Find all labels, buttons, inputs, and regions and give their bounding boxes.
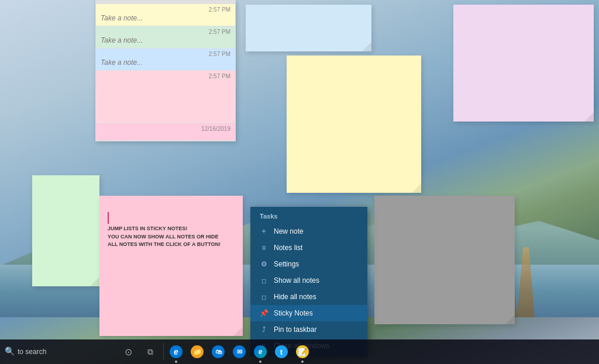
menu-item-label: Show all notes bbox=[274, 276, 319, 285]
note-timestamp: 2:57 PM bbox=[101, 51, 230, 57]
pin-icon: ⤴ bbox=[260, 325, 268, 334]
menu-item-label: Hide all notes bbox=[274, 293, 316, 301]
taskbar-twitter[interactable]: t bbox=[271, 339, 292, 364]
active-indicator bbox=[259, 360, 261, 363]
list-item[interactable]: 2:57 PM bbox=[96, 71, 235, 123]
twitter-icon: t bbox=[275, 345, 288, 358]
sticky-note-gray[interactable] bbox=[374, 196, 515, 324]
hide-icon: ◻ bbox=[260, 294, 268, 300]
ie-icon: e bbox=[170, 345, 183, 358]
menu-item-new-note[interactable]: + New note bbox=[250, 223, 367, 240]
note-preview: Take a note... bbox=[101, 14, 230, 22]
search-text: to search bbox=[18, 348, 46, 356]
note-fold bbox=[505, 315, 515, 324]
note-preview: Take a note... bbox=[101, 58, 230, 67]
note-timestamp: 2:57 PM bbox=[101, 29, 230, 35]
sticky-note-lightblue[interactable] bbox=[246, 5, 371, 51]
notes-list-panel: 2:57 PM Take a note... 2:57 PM Take a no… bbox=[95, 0, 236, 141]
search-icon: 🔍 bbox=[5, 346, 15, 357]
menu-item-hide-all[interactable]: ◻ Hide all notes bbox=[250, 289, 367, 305]
note-fold bbox=[412, 183, 421, 193]
taskbar-mail[interactable]: ✉ bbox=[229, 339, 250, 364]
desktop: 2:57 PM Take a note... 2:57 PM Take a no… bbox=[0, 0, 599, 364]
cortana-button[interactable]: ⊙ bbox=[117, 339, 139, 364]
list-item[interactable]: 2:57 PM Take a note... bbox=[96, 26, 235, 48]
note-preview: Take a note... bbox=[101, 36, 230, 44]
menu-item-sticky-notes[interactable]: 📌 Sticky Notes bbox=[250, 305, 367, 321]
task-view-button[interactable]: ⧉ bbox=[139, 339, 161, 364]
menu-item-settings[interactable]: ⚙ Settings bbox=[250, 256, 367, 272]
sticky-note-lavender[interactable] bbox=[453, 5, 594, 122]
taskbar-file-explorer[interactable]: 📁 bbox=[187, 339, 208, 364]
note-fold bbox=[362, 42, 371, 51]
note-fold bbox=[584, 112, 594, 122]
mail-icon: ✉ bbox=[233, 345, 246, 358]
taskbar-sticky-notes[interactable]: 📝 bbox=[292, 339, 313, 364]
plus-icon: + bbox=[260, 227, 268, 235]
sticky-note-pink[interactable]: JUMP LISTS IN STICKY NOTES! YOU CAN NOW … bbox=[99, 196, 243, 336]
list-item[interactable]: 12/16/2019 bbox=[96, 123, 235, 141]
text-cursor bbox=[108, 212, 109, 224]
sticky-notes-icon: 📌 bbox=[260, 309, 268, 317]
taskbar-store[interactable]: 🛍 bbox=[208, 339, 229, 364]
note-timestamp: 2:57 PM bbox=[101, 73, 230, 79]
context-menu: Tasks + New note ≡ Notes list ⚙ Settings… bbox=[250, 207, 367, 356]
list-item[interactable]: 2:57 PM Take a note... bbox=[96, 4, 235, 26]
note-timestamp: 12/16/2019 bbox=[101, 126, 230, 132]
taskbar-edge[interactable]: e bbox=[250, 339, 271, 364]
list-item[interactable]: 2:57 PM Take a note... bbox=[96, 48, 235, 71]
gear-icon: ⚙ bbox=[260, 260, 268, 268]
edge-icon: e bbox=[254, 345, 267, 358]
menu-item-notes-list[interactable]: ≡ Notes list bbox=[250, 240, 367, 256]
context-menu-header: Tasks bbox=[250, 209, 367, 223]
note-content: JUMP LISTS IN STICKY NOTES! YOU CAN NOW … bbox=[108, 225, 235, 249]
store-icon: 🛍 bbox=[212, 345, 225, 358]
list-icon: ≡ bbox=[260, 244, 268, 252]
show-icon: ◻ bbox=[260, 278, 268, 284]
sticky-notes-taskbar-icon: 📝 bbox=[296, 345, 309, 358]
menu-item-label: Notes list bbox=[274, 244, 302, 252]
menu-item-label: Settings bbox=[274, 260, 299, 268]
taskbar: 🔍 to search ⊙ ⧉ e 📁 🛍 ✉ bbox=[0, 339, 599, 364]
divider bbox=[163, 343, 164, 360]
cortana-icon: ⊙ bbox=[125, 346, 132, 358]
note-fold bbox=[90, 277, 99, 286]
menu-item-label: New note bbox=[274, 227, 304, 235]
file-explorer-icon: 📁 bbox=[191, 345, 204, 358]
menu-item-show-all[interactable]: ◻ Show all notes bbox=[250, 272, 367, 289]
menu-item-label: Sticky Notes bbox=[274, 309, 313, 317]
note-timestamp: 2:57 PM bbox=[101, 6, 230, 13]
menu-item-pin-taskbar[interactable]: ⤴ Pin to taskbar bbox=[250, 321, 367, 338]
sticky-note-yellow[interactable] bbox=[287, 56, 421, 193]
active-indicator bbox=[175, 360, 177, 363]
task-view-icon: ⧉ bbox=[147, 347, 153, 357]
active-indicator bbox=[301, 360, 304, 363]
taskbar-ie[interactable]: e bbox=[166, 339, 187, 364]
taskbar-search[interactable]: 🔍 to search bbox=[0, 339, 117, 364]
note-fold bbox=[233, 327, 243, 336]
sticky-note-green[interactable] bbox=[32, 175, 99, 286]
menu-item-label: Pin to taskbar bbox=[274, 325, 316, 334]
